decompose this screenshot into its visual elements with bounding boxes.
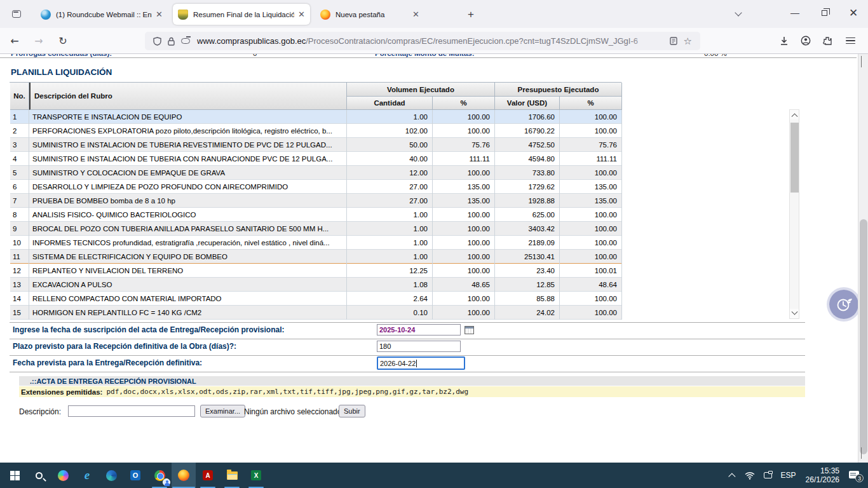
table-row[interactable]: 7PRUEBA DE BOMBEO bomba de 8 a 10 hp27.0… bbox=[10, 194, 622, 208]
cell-no: 1 bbox=[10, 110, 29, 124]
table-row[interactable]: 8ANALISIS FISICO- QUIMICO BACTERIOLOGICO… bbox=[10, 208, 622, 222]
cell-pct_pres: 100.00 bbox=[560, 110, 622, 124]
cell-desc: TRANSPORTE E INSTALACION DE EQUIPO bbox=[29, 110, 347, 124]
tracking-shield-icon[interactable] bbox=[153, 37, 161, 46]
cell-no: 8 bbox=[10, 208, 29, 222]
cell-pct_pres: 135.00 bbox=[560, 194, 622, 208]
internet-explorer-icon[interactable]: e bbox=[75, 463, 99, 488]
cell-pct_vol: 100.00 bbox=[433, 222, 495, 236]
menu-hamburger-icon[interactable] bbox=[840, 32, 860, 50]
tab-resumen-liquidacion[interactable]: Resumen Final de la Liquidación ✕ bbox=[173, 4, 310, 25]
reload-button[interactable]: ↻ bbox=[53, 32, 72, 50]
chrome-icon[interactable] bbox=[147, 463, 172, 488]
site-permissions-icon[interactable] bbox=[181, 38, 190, 44]
table-row[interactable]: 1TRANSPORTE E INSTALACION DE EQUIPO1.001… bbox=[10, 110, 622, 124]
cell-pct_vol: 100.00 bbox=[433, 264, 495, 278]
lock-icon[interactable] bbox=[168, 37, 175, 46]
plazo-previsto-input[interactable] bbox=[377, 341, 461, 352]
language-indicator[interactable]: ESP bbox=[776, 463, 801, 488]
tray-date: 26/1/2026 bbox=[806, 475, 839, 484]
wifi-icon[interactable] bbox=[740, 463, 759, 488]
cell-cantidad: 0.10 bbox=[347, 306, 433, 320]
table-row[interactable]: 11SISTEMA DE ELECTRIFICACION Y EQUIPO DE… bbox=[10, 250, 622, 264]
cell-pct_vol: 100.00 bbox=[433, 236, 495, 250]
time-tracker-widget[interactable] bbox=[829, 290, 858, 319]
url-bar[interactable]: www.compraspublicas.gob.ec/ProcesoContra… bbox=[145, 32, 700, 50]
table-row[interactable]: 12REPLANTEO Y NIVELACION DEL TERRENO12.2… bbox=[10, 264, 622, 278]
url-domain: www.compraspublicas.gob.ec bbox=[197, 36, 306, 46]
divider bbox=[0, 57, 857, 58]
acrobat-icon[interactable]: A bbox=[196, 463, 220, 488]
firefox-icon-active[interactable] bbox=[172, 463, 196, 488]
back-button[interactable]: ← bbox=[5, 32, 24, 50]
table-row[interactable]: 14RELLENO COMPACTADO CON MATERIAL IMPORT… bbox=[10, 292, 622, 306]
new-tab-button[interactable]: + bbox=[463, 6, 479, 23]
cell-valor: 24.02 bbox=[495, 306, 560, 320]
fecha-suscripcion-input[interactable] bbox=[377, 324, 461, 336]
cell-pct_vol: 100.00 bbox=[433, 250, 495, 264]
browse-file-button[interactable]: Examinar... bbox=[200, 405, 245, 417]
page-scroll-down-icon[interactable] bbox=[861, 447, 862, 459]
cell-pct_vol: 100.00 bbox=[433, 110, 495, 124]
downloads-icon[interactable] bbox=[774, 32, 794, 50]
descripcion-input[interactable] bbox=[68, 405, 195, 417]
minimize-button[interactable]: — bbox=[780, 0, 810, 25]
clock-date[interactable]: 15:35 26/1/2026 bbox=[801, 463, 844, 488]
calendar-icon[interactable] bbox=[465, 326, 474, 334]
start-button[interactable] bbox=[3, 463, 27, 488]
forward-button[interactable]: → bbox=[29, 32, 48, 50]
firefox-view-icon[interactable] bbox=[9, 6, 24, 22]
table-row[interactable]: 5SUMINISTRO Y COLOCACION DE EMPAQUE DE G… bbox=[10, 166, 622, 180]
cell-desc: EXCAVACION A PULSO bbox=[29, 278, 347, 292]
outlook-icon[interactable]: O bbox=[123, 463, 147, 488]
tray-chevron-up-icon[interactable] bbox=[726, 463, 740, 488]
scroll-up-icon[interactable] bbox=[790, 110, 799, 119]
cell-pct_pres: 100.01 bbox=[560, 264, 622, 278]
page-scrollbar[interactable] bbox=[858, 54, 868, 463]
restore-button[interactable] bbox=[810, 0, 839, 25]
copilot-icon[interactable] bbox=[51, 463, 75, 488]
tab-close-icon[interactable]: ✕ bbox=[412, 10, 419, 18]
table-scrollbar-thumb[interactable] bbox=[790, 123, 799, 193]
cell-no: 2 bbox=[10, 124, 29, 138]
extensions-label: Extensiones pemitidas: bbox=[21, 388, 102, 396]
url-text: www.compraspublicas.gob.ec/ProcesoContra… bbox=[197, 36, 667, 46]
tab-close-icon[interactable]: ✕ bbox=[156, 10, 163, 18]
reader-mode-icon[interactable] bbox=[670, 37, 677, 45]
cell-pct_vol: 48.65 bbox=[433, 278, 495, 292]
cell-pct_pres: 48.64 bbox=[560, 278, 622, 292]
tab-nueva-pestana[interactable]: Nueva pestaña ✕ bbox=[315, 4, 424, 25]
file-explorer-icon[interactable] bbox=[220, 463, 244, 488]
cell-cantidad: 1.00 bbox=[347, 250, 433, 264]
display-connect-icon[interactable] bbox=[759, 463, 776, 488]
cell-pct_vol: 100.00 bbox=[433, 124, 495, 138]
scroll-down-icon[interactable] bbox=[790, 309, 799, 318]
upload-submit-button[interactable]: Subir bbox=[339, 405, 365, 417]
tab-roundcube-webmail[interactable]: (1) Roundcube Webmail :: Entra ✕ bbox=[36, 4, 168, 25]
close-window-button[interactable]: ✕ bbox=[839, 0, 868, 25]
table-row[interactable]: 9BROCAL DEL POZO CON TUBERIA ANILLADA PA… bbox=[10, 222, 622, 236]
extensions-icon[interactable] bbox=[817, 32, 837, 50]
tab-close-icon[interactable]: ✕ bbox=[298, 10, 305, 18]
table-row[interactable]: 3SUMINISTRO E INSTALACION DE TUBERIA REV… bbox=[10, 138, 622, 152]
page-scroll-up-icon[interactable] bbox=[861, 57, 862, 68]
fecha-prevista-input[interactable]: 2026-04-22 bbox=[377, 356, 465, 370]
table-row[interactable]: 10INFORMES TECNICOS profundidad, estrati… bbox=[10, 236, 622, 250]
bookmark-star-icon[interactable]: ☆ bbox=[684, 36, 692, 47]
page-scrollbar-thumb[interactable] bbox=[860, 219, 867, 454]
excel-icon[interactable]: X bbox=[244, 463, 268, 488]
edge-icon[interactable] bbox=[99, 463, 123, 488]
table-row[interactable]: 6DESARROLLO Y LIMPIEZA DE POZO PROFUNDO … bbox=[10, 180, 622, 194]
account-icon[interactable] bbox=[796, 32, 816, 50]
search-button[interactable] bbox=[27, 463, 51, 488]
table-row[interactable]: 4SUMINISTRO E INSTALACION DE TUBERIA CON… bbox=[10, 152, 622, 166]
table-row[interactable]: 13EXCAVACION A PULSO1.0848.6512.8548.64 bbox=[10, 278, 622, 292]
table-row[interactable]: 2PERFORACIONES EXPLORATORIA pozo piloto,… bbox=[10, 124, 622, 138]
list-all-tabs-icon[interactable] bbox=[736, 10, 742, 17]
notification-center-icon[interactable]: 3 bbox=[844, 463, 864, 488]
table-row[interactable]: 15HORMIGON EN REPLANTILLO FC = 140 KG /C… bbox=[10, 306, 622, 320]
cell-desc: RELLENO COMPACTADO CON MATERIAL IMPORTAD… bbox=[29, 292, 347, 306]
cell-valor: 625.00 bbox=[495, 208, 560, 222]
cell-desc: SISTEMA DE ELECTRIFICACION Y EQUIPO DE B… bbox=[29, 250, 347, 264]
table-scrollbar[interactable] bbox=[789, 109, 799, 319]
